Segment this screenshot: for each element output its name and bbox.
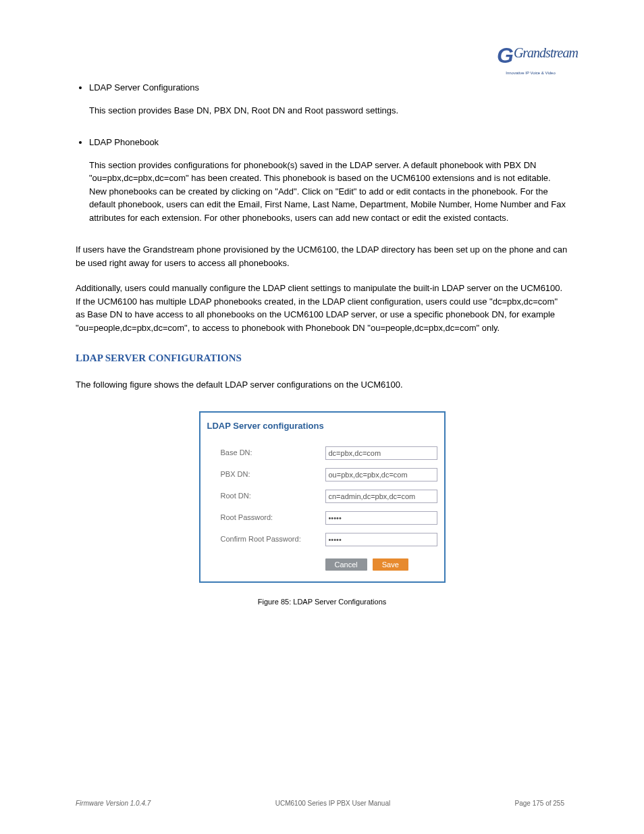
footer-firmware: Firmware Version 1.0.4.7 — [76, 798, 151, 808]
brand-logo: GGrandstream Innovative IP Voice & Video — [497, 39, 564, 76]
label-root-dn: Root DN: — [221, 490, 325, 502]
list-item-desc: This section provides configurations for… — [89, 159, 568, 225]
input-confirm-password[interactable] — [325, 533, 437, 546]
label-root-password: Root Password: — [221, 512, 325, 523]
logo-tagline: Innovative IP Voice & Video — [497, 70, 564, 76]
label-confirm-password: Confirm Root Password: — [221, 533, 325, 545]
field-pbx-dn: PBX DN: — [200, 464, 444, 486]
list-item: LDAP Server Configurations This section … — [89, 81, 568, 117]
input-pbx-dn[interactable] — [325, 468, 437, 481]
field-root-password: Root Password: — [200, 507, 444, 529]
field-base-dn: Base DN: — [200, 442, 444, 464]
note-paragraph-1: If users have the Grandstream phone prov… — [76, 243, 568, 269]
page-footer: Firmware Version 1.0.4.7 UCM6100 Series … — [76, 798, 564, 808]
dialog-title: LDAP Server configurations — [200, 413, 444, 442]
section-heading: LDAP SERVER CONFIGURATIONS — [76, 350, 568, 366]
list-item: LDAP Phonebook This section provides con… — [89, 136, 568, 224]
input-root-dn[interactable] — [325, 490, 437, 503]
figure-container: LDAP Server configurations Base DN: PBX … — [76, 411, 568, 607]
figure-caption: Figure 85: LDAP Server Configurations — [76, 596, 568, 608]
field-confirm-password: Confirm Root Password: — [200, 529, 444, 550]
cancel-button[interactable]: Cancel — [325, 558, 367, 571]
list-item-title: LDAP Phonebook — [89, 137, 159, 147]
input-root-password[interactable] — [325, 511, 437, 525]
save-button[interactable]: Save — [373, 558, 408, 571]
logo-text: GGrandstream — [497, 49, 578, 59]
footer-manual: UCM6100 Series IP PBX User Manual — [275, 798, 390, 808]
list-item-desc: This section provides Base DN, PBX DN, R… — [89, 104, 568, 118]
feature-list: LDAP Server Configurations This section … — [89, 81, 568, 224]
ldap-config-dialog: LDAP Server configurations Base DN: PBX … — [199, 411, 446, 583]
note-paragraph-2: Additionally, users could manually confi… — [76, 282, 568, 334]
section-description: The following figure shows the default L… — [76, 378, 568, 392]
footer-page: Page 175 of 255 — [515, 798, 564, 808]
list-item-title: LDAP Server Configurations — [89, 82, 199, 93]
label-base-dn: Base DN: — [221, 447, 325, 459]
label-pbx-dn: PBX DN: — [221, 469, 325, 480]
dialog-buttons: Cancel Save — [200, 550, 444, 571]
page-content: LDAP Server Configurations This section … — [76, 81, 568, 607]
input-base-dn[interactable] — [325, 446, 437, 460]
field-root-dn: Root DN: — [200, 486, 444, 507]
